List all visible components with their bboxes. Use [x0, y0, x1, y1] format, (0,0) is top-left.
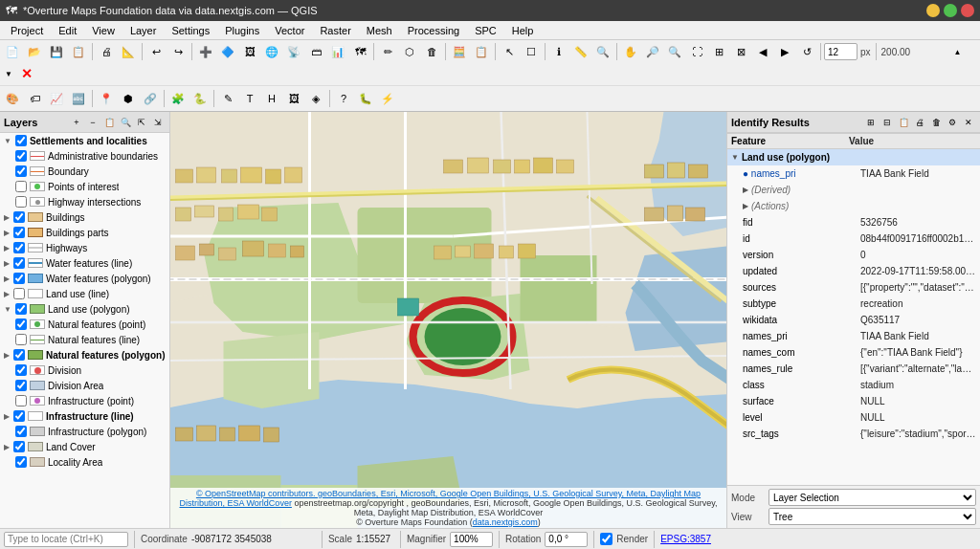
id-expand-all-btn[interactable]: ⊞: [863, 115, 879, 130]
layers-remove-btn[interactable]: −: [85, 115, 100, 130]
zoom-stats-btn[interactable]: 🔍: [592, 41, 613, 62]
save-as-btn[interactable]: 📋: [68, 41, 89, 62]
add-vector-btn[interactable]: 🔷: [217, 41, 238, 62]
layer-item-infra-point[interactable]: Infrastructure (point): [11, 393, 169, 408]
id-row-surface[interactable]: surface NULL: [727, 393, 980, 409]
layer-check-highways[interactable]: [13, 242, 25, 253]
profile-btn[interactable]: ⚡: [377, 88, 398, 109]
id-row-names-com[interactable]: names_com {"en":"TIAA Bank Field"}: [727, 344, 980, 361]
layer-item-poi[interactable]: Points of interest: [11, 179, 169, 194]
plugins-btn[interactable]: 🧩: [167, 88, 189, 109]
layer-item-infra-polygon[interactable]: Infrastructure (polygon): [11, 424, 169, 439]
layer-check-locality-area[interactable]: [15, 456, 27, 468]
layer-item-buildings-parts[interactable]: ▶ Buildings parts: [0, 225, 169, 240]
coord-capture-btn[interactable]: 📍: [96, 88, 117, 109]
layer-item-land-use-line[interactable]: ▶ Land use (line): [0, 286, 169, 301]
id-mode-select[interactable]: Layer Selection: [768, 489, 976, 506]
scale-down-btn[interactable]: ▼: [2, 63, 15, 84]
menu-item-settings[interactable]: Settings: [165, 23, 216, 38]
add-raster-btn[interactable]: 🖼: [239, 41, 260, 62]
text-annot-btn[interactable]: T: [239, 88, 260, 109]
menu-item-spc[interactable]: SPC: [468, 23, 503, 38]
zoom-selected-btn[interactable]: ⊠: [730, 41, 751, 62]
add-db-btn[interactable]: 🗃: [305, 41, 326, 62]
layer-item-nat-feat-point[interactable]: Natural features (point): [11, 317, 169, 332]
menu-item-raster[interactable]: Raster: [313, 23, 357, 38]
python-btn[interactable]: 🐍: [189, 88, 211, 109]
node-tool-btn[interactable]: ⬡: [399, 41, 420, 62]
layer-check-highway-intersections[interactable]: [15, 196, 27, 208]
layers-collapse-btn[interactable]: ⇲: [150, 115, 166, 130]
layer-item-boundary[interactable]: Boundary: [11, 164, 169, 179]
save-project-btn[interactable]: 💾: [46, 41, 67, 62]
select-btn[interactable]: ↖: [499, 41, 520, 62]
menu-item-help[interactable]: Help: [505, 23, 541, 38]
id-row-fid[interactable]: fid 5326756: [727, 214, 980, 231]
zoom-out-btn[interactable]: 🔍: [664, 41, 685, 62]
field-calc-btn[interactable]: 🧮: [449, 41, 470, 62]
id-row-version[interactable]: version 0: [727, 247, 980, 263]
menu-item-processing[interactable]: Processing: [401, 23, 466, 38]
layers-expand-btn[interactable]: ⇱: [134, 115, 149, 130]
open-project-btn[interactable]: 📂: [24, 41, 45, 62]
id-close-btn[interactable]: ✕: [961, 115, 976, 130]
layer-check-division-area[interactable]: [15, 380, 27, 391]
menu-item-project[interactable]: Project: [4, 23, 50, 38]
snap-btn[interactable]: 🔗: [140, 88, 161, 109]
scale-input[interactable]: [824, 43, 858, 60]
layer-check-nat-feat-polygon[interactable]: [13, 349, 25, 361]
id-print-btn[interactable]: 🖨: [912, 115, 927, 130]
zoom-layer-btn[interactable]: ⊞: [708, 41, 729, 62]
layer-check-infra-line[interactable]: [13, 410, 25, 422]
id-row-updated[interactable]: updated 2022-09-17T11:59:58.000Z: [727, 263, 980, 279]
layer-item-settlements[interactable]: ▼ Settlements and localities: [0, 133, 169, 148]
layer-check-boundary[interactable]: [15, 165, 27, 177]
layer-check-buildings-parts[interactable]: [13, 227, 25, 238]
id-row-names-pri-2[interactable]: names_pri TIAA Bank Field: [727, 328, 980, 344]
layer-check-water-line[interactable]: [13, 257, 25, 269]
id-view-select[interactable]: Tree: [768, 508, 976, 525]
layer-check-infra-polygon[interactable]: [15, 426, 27, 437]
id-row-src-tags[interactable]: src_tags {"leisure":"stadium","sport":"a…: [727, 426, 980, 442]
debug-btn[interactable]: 🐛: [355, 88, 376, 109]
id-copy-btn[interactable]: 📋: [896, 115, 911, 130]
menu-item-view[interactable]: View: [85, 23, 122, 38]
render-checkbox[interactable]: [600, 533, 612, 545]
layer-check-water-polygon[interactable]: [13, 273, 25, 284]
field-btn[interactable]: 🔤: [68, 88, 89, 109]
layer-item-division-area[interactable]: Division Area: [11, 378, 169, 393]
layer-item-buildings[interactable]: ▶ Buildings: [0, 209, 169, 225]
layer-item-water-line[interactable]: ▶ Water features (line): [0, 255, 169, 271]
map-area[interactable]: © OpenStreetMap contributors. geoBoundar…: [170, 112, 726, 528]
add-layer-btn[interactable]: ➕: [195, 41, 216, 62]
digitize-btn[interactable]: ✏: [377, 41, 398, 62]
layer-item-land-cover[interactable]: ▶ Land Cover: [0, 439, 169, 454]
maximize-button[interactable]: [944, 4, 957, 17]
add-wfs-btn[interactable]: 📡: [283, 41, 304, 62]
id-row-class[interactable]: class stadium: [727, 377, 980, 393]
html-annot-btn[interactable]: H: [261, 88, 282, 109]
id-collapse-all-btn[interactable]: ⊟: [880, 115, 895, 130]
id-row-land-use[interactable]: ▼ Land use (polygon): [727, 149, 980, 165]
delete-selected-btn[interactable]: 🗑: [421, 41, 442, 62]
help-btn[interactable]: ?: [333, 88, 354, 109]
id-row-names-pri[interactable]: ● names_pri TIAA Bank Field: [727, 165, 980, 182]
rotation-input[interactable]: [545, 532, 588, 547]
new-project-btn[interactable]: 📄: [2, 41, 23, 62]
layer-item-highway-intersections[interactable]: Highway intersections: [11, 194, 169, 209]
layer-item-nat-feat-line[interactable]: Natural features (line): [11, 332, 169, 347]
pan-btn[interactable]: ✋: [620, 41, 641, 62]
layer-check-poi[interactable]: [15, 181, 27, 192]
id-row-level[interactable]: level NULL: [727, 409, 980, 426]
print-btn[interactable]: 🖨: [96, 41, 117, 62]
menu-item-edit[interactable]: Edit: [52, 23, 83, 38]
layer-item-water-polygon[interactable]: ▶ Water features (polygon): [0, 271, 169, 286]
layer-item-division[interactable]: Division: [11, 362, 169, 378]
annotation-btn[interactable]: ✎: [217, 88, 238, 109]
style-btn[interactable]: 🎨: [2, 88, 23, 109]
id-row-subtype[interactable]: subtype recreation: [727, 296, 980, 312]
minimize-button[interactable]: [926, 4, 940, 17]
attr-table-btn[interactable]: 📋: [471, 41, 492, 62]
close-button[interactable]: [961, 4, 974, 17]
layer-item-admin[interactable]: Administrative boundaries: [11, 148, 169, 164]
